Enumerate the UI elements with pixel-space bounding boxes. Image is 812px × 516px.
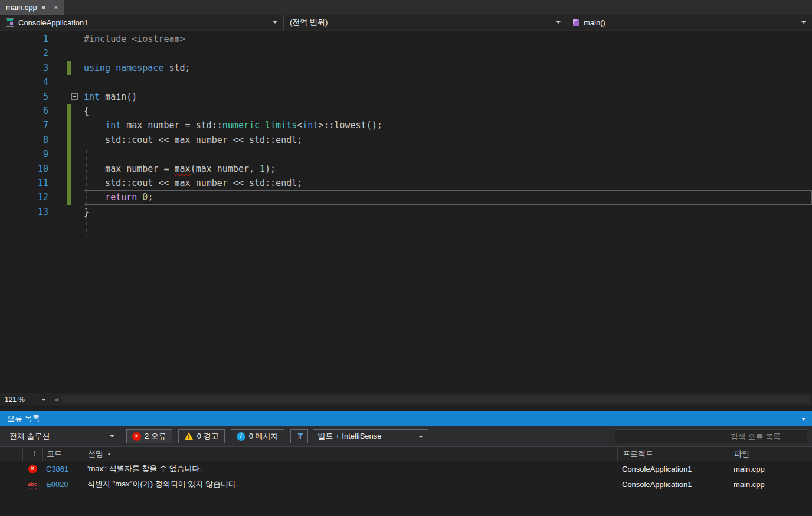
close-icon[interactable]: × bbox=[54, 4, 58, 12]
panel-splitter[interactable] bbox=[0, 406, 812, 411]
messages-count-label: 0 메시지 bbox=[249, 431, 279, 442]
code-text[interactable] bbox=[84, 75, 812, 89]
build-intellisense-label: 빌드 + IntelliSense bbox=[318, 431, 382, 442]
code-column-header[interactable]: 코드 bbox=[42, 447, 83, 461]
line-number[interactable]: 8 bbox=[0, 133, 48, 147]
intellisense-error-icon: abc bbox=[28, 481, 37, 487]
error-file: main.cpp bbox=[729, 465, 812, 473]
code-lines: 1#include <iostream>23using namespace st… bbox=[0, 31, 812, 219]
info-icon: i bbox=[237, 432, 245, 441]
line-number[interactable]: 4 bbox=[0, 75, 48, 89]
code-text[interactable]: #include <iostream> bbox=[84, 32, 812, 46]
line-number[interactable]: 12 bbox=[0, 190, 48, 204]
code-line[interactable]: 12 return 0; bbox=[0, 190, 812, 204]
warnings-filter-button[interactable]: 0 경고 bbox=[178, 429, 225, 443]
code-text[interactable]: { bbox=[84, 104, 812, 118]
scope-dropdown[interactable]: (전역 범위) bbox=[284, 15, 567, 30]
tab-bar: main.cpp × bbox=[0, 0, 812, 15]
method-dropdown[interactable]: main() bbox=[567, 15, 812, 30]
search-error-list-input[interactable] bbox=[615, 429, 807, 443]
line-number[interactable]: 2 bbox=[0, 46, 48, 60]
line-number[interactable]: 7 bbox=[0, 118, 48, 132]
change-tracking-bar bbox=[67, 104, 71, 205]
navigation-bar: ConsoleApplication1 (전역 범위) main() bbox=[0, 15, 812, 31]
code-line[interactable]: 2 bbox=[0, 46, 812, 60]
error-list-header-row: ! 코드 설명 ▲ 프로젝트 파일 bbox=[0, 446, 812, 461]
error-icon: × bbox=[28, 465, 37, 473]
error-icon: × bbox=[132, 432, 141, 441]
code-line[interactable]: 6{ bbox=[0, 104, 812, 118]
code-line[interactable]: 11 std::cout << max_number << std::endl; bbox=[0, 176, 812, 190]
severity-column-header[interactable]: ! bbox=[22, 447, 42, 461]
code-text[interactable] bbox=[84, 46, 812, 60]
code-line[interactable]: 7 int max_number = std::numeric_limits<i… bbox=[0, 118, 812, 132]
method-dropdown-label: main() bbox=[584, 18, 605, 27]
chevron-down-icon bbox=[418, 436, 423, 438]
file-column-header[interactable]: 파일 bbox=[729, 447, 812, 461]
code-text[interactable]: int main() bbox=[84, 90, 812, 104]
chevron-down-icon bbox=[556, 21, 561, 24]
sort-ascending-icon: ▲ bbox=[107, 451, 112, 456]
line-number[interactable]: 13 bbox=[0, 205, 48, 219]
code-line[interactable]: 10 max_number = max(max_number, 1); bbox=[0, 162, 812, 176]
line-number[interactable]: 5 bbox=[0, 90, 48, 104]
error-description: 'max': 식별자를 찾을 수 없습니다. bbox=[83, 463, 617, 474]
code-text[interactable]: } bbox=[84, 205, 812, 219]
tab-main-cpp[interactable]: main.cpp × bbox=[0, 0, 64, 15]
error-code-link[interactable]: E0020 bbox=[42, 480, 83, 489]
code-text[interactable]: std::cout << max_number << std::endl; bbox=[84, 176, 812, 190]
description-column-header[interactable]: 설명 ▲ bbox=[83, 447, 617, 461]
severity-column-icon: ! bbox=[34, 450, 35, 457]
code-line[interactable]: 4 bbox=[0, 75, 812, 89]
zoom-select[interactable]: 121 % bbox=[0, 393, 51, 406]
line-number[interactable]: 9 bbox=[0, 147, 48, 161]
errors-filter-button[interactable]: × 2 오류 bbox=[126, 429, 172, 443]
filter-button[interactable]: x bbox=[290, 429, 308, 443]
error-list-title: 오류 목록 bbox=[7, 413, 40, 424]
project-dropdown[interactable]: ConsoleApplication1 bbox=[0, 15, 284, 30]
chevron-down-icon bbox=[273, 21, 277, 24]
code-text[interactable] bbox=[84, 147, 812, 161]
messages-filter-button[interactable]: i 0 메시지 bbox=[231, 429, 284, 443]
error-description: 식별자 "max"이(가) 정의되어 있지 않습니다. bbox=[83, 479, 617, 489]
code-text[interactable]: std::cout << max_number << std::endl; bbox=[84, 133, 812, 147]
error-list-title-bar[interactable]: 오류 목록 ▾ bbox=[0, 411, 812, 426]
window-menu-chevron-icon[interactable]: ▾ bbox=[802, 416, 805, 422]
line-number[interactable]: 1 bbox=[0, 32, 48, 46]
project-column-header[interactable]: 프로젝트 bbox=[617, 447, 729, 461]
code-line[interactable]: 8 std::cout << max_number << std::endl; bbox=[0, 133, 812, 147]
code-line[interactable]: 5int main() bbox=[0, 90, 812, 104]
line-number[interactable]: 6 bbox=[0, 104, 48, 118]
error-row[interactable]: ×C3861'max': 식별자를 찾을 수 없습니다.ConsoleAppli… bbox=[0, 461, 812, 476]
project-dropdown-label: ConsoleApplication1 bbox=[18, 18, 89, 27]
solution-scope-label: 전체 솔루션 bbox=[9, 431, 50, 442]
code-line[interactable]: 1#include <iostream> bbox=[0, 32, 812, 46]
scroll-left-arrow[interactable]: ◀ bbox=[51, 396, 61, 403]
change-tracking-bar bbox=[67, 61, 71, 75]
code-line[interactable]: 13} bbox=[0, 205, 812, 219]
chevron-down-icon bbox=[110, 435, 114, 437]
error-row[interactable]: abcE0020식별자 "max"이(가) 정의되어 있지 않습니다.Conso… bbox=[0, 476, 812, 492]
line-number[interactable]: 3 bbox=[0, 61, 48, 75]
code-editor[interactable]: 1#include <iostream>23using namespace st… bbox=[0, 31, 812, 393]
header-gutter bbox=[0, 447, 22, 461]
error-project: ConsoleApplication1 bbox=[617, 465, 729, 473]
pin-icon[interactable] bbox=[42, 4, 49, 11]
solution-scope-dropdown[interactable]: 전체 솔루션 bbox=[5, 429, 118, 443]
horizontal-scrollbar[interactable] bbox=[61, 396, 810, 403]
code-text[interactable]: using namespace std; bbox=[84, 61, 812, 75]
error-code-link[interactable]: C3861 bbox=[42, 465, 83, 473]
line-number[interactable]: 10 bbox=[0, 162, 48, 176]
code-text[interactable]: max_number = max(max_number, 1); bbox=[84, 162, 812, 176]
code-text[interactable]: return 0; bbox=[84, 190, 812, 204]
line-number[interactable]: 11 bbox=[0, 176, 48, 190]
editor-bottom-strip: 121 % ◀ bbox=[0, 393, 812, 406]
code-text[interactable]: int max_number = std::numeric_limits<int… bbox=[84, 118, 812, 132]
collapse-region-icon[interactable] bbox=[71, 93, 78, 100]
tab-title: main.cpp bbox=[6, 3, 37, 12]
error-file: main.cpp bbox=[729, 480, 812, 489]
build-intellisense-dropdown[interactable]: 빌드 + IntelliSense bbox=[313, 429, 428, 443]
code-line[interactable]: 3using namespace std; bbox=[0, 61, 812, 75]
code-line[interactable]: 9 bbox=[0, 147, 812, 161]
chevron-down-icon bbox=[41, 399, 46, 401]
